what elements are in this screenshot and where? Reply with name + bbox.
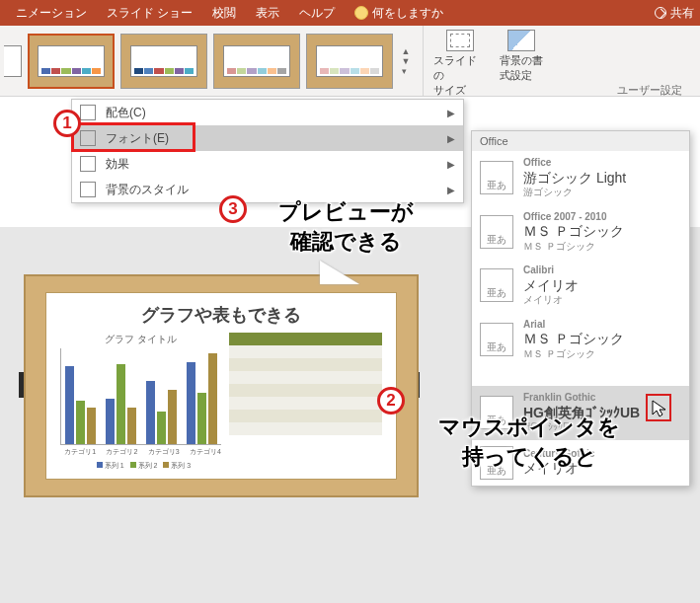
font-flyout-header: Office — [472, 131, 689, 151]
tell-me-label: 何をしますか — [372, 5, 443, 22]
font-thumb: 亜あ — [480, 161, 513, 194]
font-thumb: 亜あ — [480, 268, 513, 302]
customize-group: スライドの サイズ ▾ 背景の書 式設定 — [424, 26, 558, 96]
flyout-effects[interactable]: 効果▶ — [72, 151, 463, 177]
font-thumb: 亜あ — [480, 323, 513, 356]
variant-thumb[interactable] — [120, 34, 207, 89]
ribbon-tabs: ニメーション スライド ショー 校閲 表示 ヘルプ 何をしますか 共有 — [0, 0, 700, 26]
share-label: 共有 — [670, 5, 694, 22]
font-title: Office — [523, 157, 626, 170]
background-icon — [80, 182, 96, 197]
tab-view[interactable]: 表示 — [246, 0, 289, 26]
font-icon — [80, 130, 96, 146]
font-title: Office 2007 - 2010 — [523, 211, 624, 224]
flyout-fonts[interactable]: フォント(E)▶ — [72, 125, 463, 151]
font-major: ＭＳ Ｐゴシック — [523, 223, 624, 241]
variant-thumb-selected[interactable] — [28, 34, 115, 89]
font-minor: ＭＳ Ｐゴシック — [523, 348, 624, 361]
font-title: Calibri — [523, 264, 579, 277]
slide-title: グラフや表もできる — [60, 303, 382, 327]
variant-thumb[interactable] — [306, 34, 393, 89]
font-option[interactable]: 亜あArialＭＳ ＰゴシックＭＳ Ｐゴシック — [472, 313, 689, 367]
bg-format-button[interactable]: 背景の書 式設定 — [495, 30, 548, 83]
font-major: メイリオ — [523, 277, 579, 295]
font-minor: 游ゴシック — [523, 187, 626, 199]
annotation-badge-3: 3 — [219, 195, 247, 223]
variant-more[interactable]: ▲▼▾ — [399, 34, 413, 89]
tell-me[interactable]: 何をしますか — [345, 0, 453, 26]
effects-icon — [80, 156, 96, 172]
flyout-colors[interactable]: 配色(C)▶ — [72, 100, 463, 125]
tab-help[interactable]: ヘルプ — [289, 0, 345, 26]
bg-format-label: 背景の書 式設定 — [500, 53, 543, 83]
share-button[interactable]: 共有 — [655, 5, 694, 22]
bg-format-icon — [507, 30, 535, 51]
flyout-label: 効果 — [106, 156, 129, 173]
variant-flyout: 配色(C)▶ フォント(E)▶ 効果▶ 背景のスタイル▶ — [71, 99, 464, 203]
chevron-right-icon: ▶ — [447, 159, 455, 170]
theme-variants: ▲▼▾ — [0, 26, 424, 96]
chart-placeholder: グラフ タイトル カテゴリ1カテゴリ2カテゴリ3カテゴリ4 系列 1系列 2系列… — [60, 333, 221, 471]
chart-title: グラフ タイトル — [60, 333, 221, 346]
font-title: Arial — [523, 319, 624, 332]
chart-legend: 系列 1系列 2系列 3 — [60, 461, 221, 471]
group-label-user-settings: ユーザー設定 — [617, 83, 682, 98]
annotation-badge-1: 1 — [53, 110, 81, 137]
slide-preview: グラフや表もできる グラフ タイトル カテゴリ1カテゴリ2カテゴリ3カテゴリ4 … — [24, 274, 419, 497]
font-option[interactable]: 亜あOffice 2007 - 2010ＭＳ ＰゴシックＭＳ Ｐゴシック — [472, 205, 689, 260]
callout-tail — [320, 261, 359, 284]
slide-size-icon — [446, 30, 474, 51]
slide-size-button[interactable]: スライドの サイズ ▾ — [433, 30, 487, 107]
variant-thumb[interactable] — [213, 34, 300, 89]
font-option[interactable]: 亜あCalibriメイリオメイリオ — [472, 259, 689, 313]
ribbon-body: ▲▼▾ スライドの サイズ ▾ 背景の書 式設定 — [0, 26, 700, 97]
font-option[interactable]: 亜あOffice游ゴシック Light游ゴシック — [472, 151, 689, 205]
chevron-right-icon: ▶ — [447, 108, 455, 118]
font-major: ＭＳ Ｐゴシック — [523, 331, 624, 348]
table-placeholder — [229, 333, 382, 471]
font-major: 游ゴシック Light — [523, 170, 626, 188]
flyout-label: フォント(E) — [106, 130, 169, 147]
font-minor: ＭＳ Ｐゴシック — [523, 241, 624, 254]
font-thumb: 亜あ — [480, 215, 513, 249]
annotation-badge-2: 2 — [377, 387, 405, 415]
font-title: Franklin Gothic — [523, 392, 640, 405]
flyout-label: 背景のスタイル — [106, 182, 189, 198]
bulb-icon — [354, 6, 368, 20]
annotation-callout-hover: マウスポインタを 持ってくると — [401, 413, 658, 471]
tab-slideshow[interactable]: スライド ショー — [97, 0, 202, 26]
annotation-callout-preview: プレビューが 確認できる — [247, 197, 444, 256]
palette-icon — [80, 105, 96, 120]
slide-size-label: スライドの サイズ — [433, 53, 487, 98]
share-icon — [655, 7, 666, 19]
chevron-right-icon: ▶ — [447, 185, 455, 195]
variant-thumb[interactable] — [4, 34, 22, 89]
tab-animation[interactable]: ニメーション — [6, 0, 97, 26]
font-minor: メイリオ — [523, 294, 579, 307]
chevron-right-icon: ▶ — [447, 133, 455, 144]
flyout-label: 配色(C) — [106, 105, 146, 121]
tab-review[interactable]: 校閲 — [202, 0, 246, 26]
